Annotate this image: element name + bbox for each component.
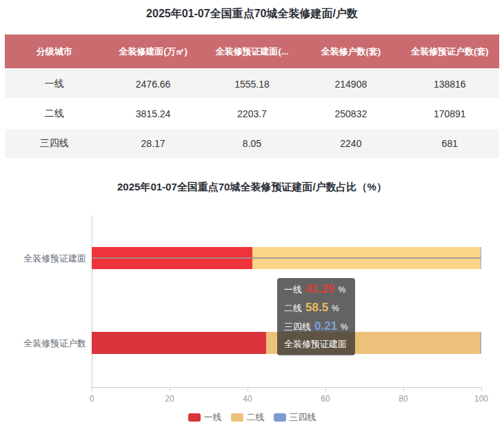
value-cell: 2203.7 <box>203 99 301 128</box>
tooltip-value: 41.29 <box>305 280 335 298</box>
legend-marker <box>188 413 201 422</box>
value-cell: 2476.66 <box>103 69 202 99</box>
value-cell: 681 <box>401 128 499 158</box>
x-axis-tick-label: 40 <box>234 394 261 404</box>
stacked-bar-permit-units[interactable] <box>92 332 481 354</box>
category-label-permit-area: 全装修预证建面 <box>3 253 86 265</box>
axis-pointer-line <box>92 257 481 259</box>
category-label-permit-units: 全装修预证户数 <box>3 337 86 350</box>
legend-marker <box>274 413 286 422</box>
x-axis-tick-label: 80 <box>390 394 417 404</box>
tooltip-unit: % <box>332 299 339 317</box>
value-cell: 3815.24 <box>103 99 202 128</box>
value-cell: 8.05 <box>203 128 301 158</box>
value-cell: 138816 <box>401 69 499 99</box>
legend-label: 一线 <box>204 411 222 424</box>
col-header-units: 全装修户数(套) <box>301 34 400 69</box>
legend-item-二线[interactable]: 二线 <box>231 411 265 424</box>
col-header-city: 分级城市 <box>5 34 103 69</box>
x-axis-tick <box>248 388 248 391</box>
table-row: 一线 2476.66 1555.18 214908 138816 <box>5 69 499 99</box>
x-axis-tick <box>481 388 482 391</box>
summary-table: 分级城市 全装修建面(万㎡) 全装修预证建面(... 全装修户数(套) 全装修预… <box>5 34 499 158</box>
x-axis-tick <box>403 388 404 391</box>
chart-title: 2025年01-07全国重点70城全装修预证建面/户数占比（%） <box>0 181 504 194</box>
tooltip-row: 一线41.29% <box>284 280 348 299</box>
col-header-built-area: 全装修建面(万㎡) <box>103 34 202 69</box>
tooltip-label: 二线 <box>284 299 302 317</box>
page-title: 2025年01-07全国重点70城全装修建面/户数 <box>0 7 504 21</box>
city-cell: 一线 <box>5 69 103 99</box>
bar-segment-三四线[interactable] <box>481 332 481 354</box>
legend-item-一线[interactable]: 一线 <box>188 411 222 424</box>
table-header: 分级城市 全装修建面(万㎡) 全装修预证建面(... 全装修户数(套) 全装修预… <box>5 34 499 69</box>
col-header-permit-area: 全装修预证建面(... <box>203 34 301 69</box>
value-cell: 214908 <box>301 69 400 99</box>
bar-segment-二线[interactable] <box>266 332 481 354</box>
x-axis-tick <box>325 388 326 391</box>
page-canvas: 2025年01-07全国重点70城全装修建面/户数 分级城市 全装修建面(万㎡)… <box>0 0 504 434</box>
value-cell: 170891 <box>401 99 499 128</box>
tooltip-value: 58.5 <box>305 299 328 317</box>
bar-segment-一线[interactable] <box>92 332 266 354</box>
table-header-row: 分级城市 全装修建面(万㎡) 全装修预证建面(... 全装修户数(套) 全装修预… <box>5 34 499 69</box>
x-axis-tick <box>92 388 92 391</box>
city-cell: 二线 <box>5 99 103 128</box>
table-row: 二线 3815.24 2203.7 250832 170891 <box>5 99 499 128</box>
tooltip-unit: % <box>339 281 346 299</box>
tooltip-row: 二线58.5% <box>284 299 348 317</box>
table-row: 三四线 28.17 8.05 2240 681 <box>5 128 499 158</box>
value-cell: 1555.18 <box>203 69 301 99</box>
legend-label: 二线 <box>247 411 265 424</box>
legend-item-三四线[interactable]: 三四线 <box>274 411 316 424</box>
value-cell: 28.17 <box>103 128 202 158</box>
legend-marker <box>231 413 243 422</box>
value-cell: 250832 <box>301 99 400 128</box>
x-axis-tick-label: 0 <box>78 394 105 404</box>
y-axis-line <box>92 215 92 387</box>
table-body: 一线 2476.66 1555.18 214908 138816 二线 3815… <box>5 69 499 158</box>
value-cell: 2240 <box>301 128 400 158</box>
city-cell: 三四线 <box>5 128 103 158</box>
x-axis-tick <box>170 388 170 391</box>
x-axis-tick-label: 60 <box>312 394 339 404</box>
col-header-permit-units: 全装修预证户数(套) <box>401 34 499 69</box>
legend-label: 三四线 <box>290 411 316 424</box>
x-axis-tick-label: 100 <box>467 394 495 404</box>
tooltip-label: 一线 <box>284 281 302 299</box>
x-axis-tick-label: 20 <box>156 394 183 404</box>
chart-legend: 一线二线三四线 <box>0 411 504 424</box>
x-axis-line <box>92 387 482 388</box>
